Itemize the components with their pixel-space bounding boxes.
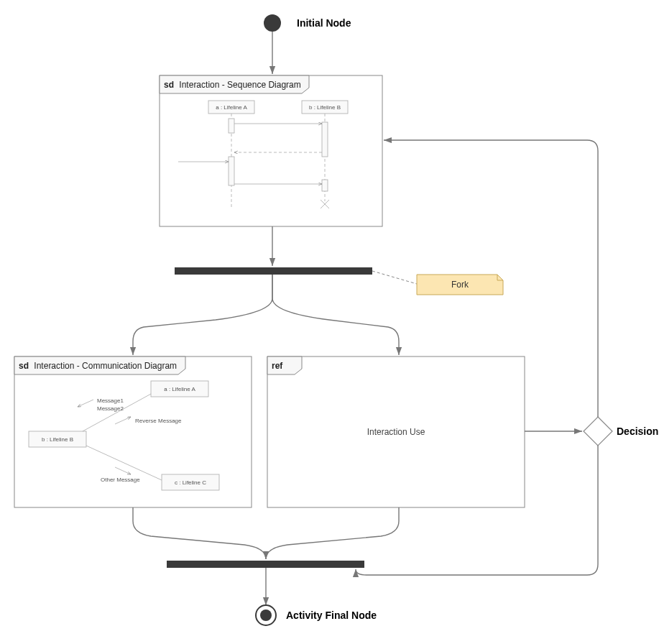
fork-bar <box>175 267 372 275</box>
edge-fork-to-ref <box>272 275 399 355</box>
comm-lifeline-c: c : Lifeline C <box>175 479 206 486</box>
svg-text:sd
      Interaction - Sequenc: sd Interaction - Sequence Diagram <box>164 80 301 90</box>
decision-node: Decision <box>584 417 658 446</box>
svg-rect-8 <box>322 122 328 157</box>
comm-lifeline-a: a : Lifeline A <box>164 386 195 392</box>
initial-node-label: Initial Node <box>297 17 351 29</box>
comm-title: Interaction - Communication Diagram <box>34 361 177 371</box>
comm-msg1: Message1 <box>97 397 124 404</box>
svg-point-0 <box>264 14 281 32</box>
interaction-use-frame: ref Interaction Use <box>267 356 525 507</box>
comm-lifeline-b: b : Lifeline B <box>42 436 73 443</box>
comm-tag: sd <box>19 361 29 371</box>
decision-label: Decision <box>617 426 658 437</box>
edge-ref-to-join <box>266 507 399 559</box>
comm-msg2: Message2 <box>97 405 124 412</box>
seq-lifeline-a: a : Lifeline A <box>216 104 247 111</box>
svg-rect-7 <box>229 119 234 133</box>
join-bar <box>167 561 364 568</box>
final-node-label: Activity Final Node <box>286 610 377 621</box>
fork-note: Fork <box>417 275 503 295</box>
seq-tag: sd <box>164 80 174 90</box>
initial-node: Initial Node <box>264 14 351 32</box>
edge-fork-to-comm <box>133 275 272 355</box>
svg-rect-1 <box>160 75 382 226</box>
comm-reverse: Reverse Message <box>135 418 182 424</box>
sequence-diagram-frame: sd Interaction - Sequence Diagram a : Li… <box>160 75 382 226</box>
activity-final-node: Activity Final Node <box>256 605 377 625</box>
svg-rect-9 <box>229 157 234 185</box>
comm-other: Other Message <box>101 477 140 483</box>
seq-title: Interaction - Sequence Diagram <box>179 80 300 90</box>
fork-note-connector <box>372 271 417 284</box>
ref-tag: ref <box>272 361 283 371</box>
edge-comm-to-join <box>133 507 266 559</box>
svg-point-29 <box>260 610 272 621</box>
interaction-use-label: Interaction Use <box>367 427 425 437</box>
svg-rect-10 <box>322 180 328 191</box>
svg-text:sd
      Interaction - Communi: sd Interaction - Communication Diagram <box>19 361 177 371</box>
seq-lifeline-b: b : Lifeline B <box>309 104 341 111</box>
fork-note-text: Fork <box>451 280 469 290</box>
communication-diagram-frame: sd Interaction - Communication Diagram a… <box>14 356 252 507</box>
